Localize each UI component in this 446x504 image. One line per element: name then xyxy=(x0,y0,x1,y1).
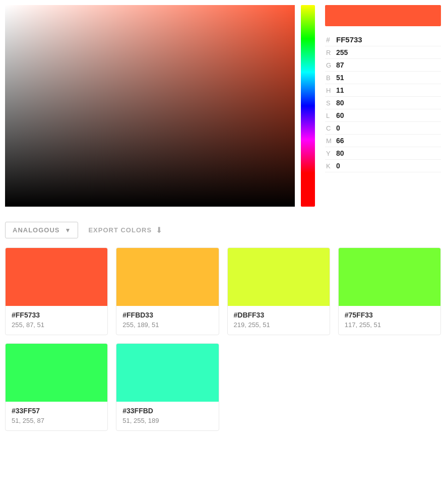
color-card-3[interactable]: #75FF33 117, 255, 51 xyxy=(338,247,441,335)
s-value[interactable]: 80 xyxy=(335,97,441,109)
color-card-4[interactable]: #33FF57 51, 255, 87 xyxy=(5,343,108,431)
l-row: L 60 xyxy=(325,109,441,122)
h-row: H 11 xyxy=(325,84,441,97)
analogous-toolbar: ANALOGOUS ▼ EXPORT COLORS ⬇ xyxy=(5,222,441,238)
g-row: G 87 xyxy=(325,59,441,72)
color-card-info-3: #75FF33 117, 255, 51 xyxy=(339,306,440,335)
color-rgb-4: 51, 255, 87 xyxy=(12,417,101,424)
color-swatch-1 xyxy=(116,248,218,306)
b-label: B xyxy=(325,72,335,84)
color-info-panel: # FF5733 R 255 G 87 B 51 H 11 xyxy=(325,5,441,172)
c-label: C xyxy=(325,122,335,135)
color-swatch-5 xyxy=(116,344,218,402)
gradient-canvas[interactable] xyxy=(5,5,295,207)
hex-value[interactable]: FF5733 xyxy=(335,31,441,46)
r-label: R xyxy=(325,46,335,59)
color-hex-5: #33FFBD xyxy=(122,407,212,415)
color-cards-row1: #FF5733 255, 87, 51 #FFBD33 255, 189, 51… xyxy=(5,247,441,335)
k-label: K xyxy=(325,160,335,172)
color-rgb-1: 255, 189, 51 xyxy=(122,321,212,329)
color-hex-2: #DBFF33 xyxy=(234,311,324,319)
b-row: B 51 xyxy=(325,72,441,84)
color-card-info-5: #33FFBD 51, 255, 189 xyxy=(116,402,218,430)
color-picker-section: # FF5733 R 255 G 87 B 51 H 11 xyxy=(0,0,446,217)
color-hex-1: #FFBD33 xyxy=(122,311,212,319)
color-rgb-0: 255, 87, 51 xyxy=(12,321,101,329)
color-card-2[interactable]: #DBFF33 219, 255, 51 xyxy=(227,247,330,335)
export-colors-button[interactable]: EXPORT COLORS ⬇ xyxy=(88,225,162,235)
color-rgb-5: 51, 255, 189 xyxy=(122,417,212,424)
color-cards-row2: #33FF57 51, 255, 87 #33FFBD 51, 255, 189 xyxy=(5,343,441,431)
hue-slider-container xyxy=(301,5,315,207)
color-info-table: # FF5733 R 255 G 87 B 51 H 11 xyxy=(325,31,441,172)
hue-slider[interactable] xyxy=(301,5,315,207)
main-color-swatch xyxy=(325,5,441,26)
s-label: S xyxy=(325,97,335,109)
y-label: Y xyxy=(325,147,335,160)
dropdown-label: ANALOGOUS xyxy=(13,226,60,234)
color-swatch-4 xyxy=(6,344,107,402)
color-hex-3: #75FF33 xyxy=(345,311,434,319)
r-row: R 255 xyxy=(325,46,441,59)
y-row: Y 80 xyxy=(325,147,441,160)
color-swatch-3 xyxy=(339,248,440,306)
k-row: K 0 xyxy=(325,160,441,172)
h-value[interactable]: 11 xyxy=(335,84,441,97)
color-hex-0: #FF5733 xyxy=(12,311,101,319)
c-value[interactable]: 0 xyxy=(335,122,441,135)
color-swatch-2 xyxy=(228,248,330,306)
color-card-0[interactable]: #FF5733 255, 87, 51 xyxy=(5,247,108,335)
l-value[interactable]: 60 xyxy=(335,109,441,122)
m-value[interactable]: 66 xyxy=(335,135,441,147)
m-row: M 66 xyxy=(325,135,441,147)
l-label: L xyxy=(325,109,335,122)
chevron-down-icon: ▼ xyxy=(65,227,71,234)
color-rgb-3: 117, 255, 51 xyxy=(345,321,434,329)
empty-cell-1 xyxy=(227,343,330,431)
m-label: M xyxy=(325,135,335,147)
empty-cell-2 xyxy=(338,343,441,431)
hex-label: # xyxy=(325,31,335,46)
y-value[interactable]: 80 xyxy=(335,147,441,160)
color-card-info-2: #DBFF33 219, 255, 51 xyxy=(228,306,330,335)
r-value[interactable]: 255 xyxy=(335,46,441,59)
analogous-dropdown[interactable]: ANALOGOUS ▼ xyxy=(5,222,78,238)
k-value[interactable]: 0 xyxy=(335,160,441,172)
color-rgb-2: 219, 255, 51 xyxy=(234,321,324,329)
hex-row: # FF5733 xyxy=(325,31,441,46)
color-card-5[interactable]: #33FFBD 51, 255, 189 xyxy=(116,343,219,431)
color-hex-4: #33FF57 xyxy=(12,407,101,415)
download-icon: ⬇ xyxy=(156,225,162,235)
color-card-info-4: #33FF57 51, 255, 87 xyxy=(6,402,107,430)
color-swatch-0 xyxy=(6,248,107,306)
analogous-section: ANALOGOUS ▼ EXPORT COLORS ⬇ #FF5733 255,… xyxy=(0,217,446,446)
c-row: C 0 xyxy=(325,122,441,135)
h-label: H xyxy=(325,84,335,97)
b-value[interactable]: 51 xyxy=(335,72,441,84)
color-card-1[interactable]: #FFBD33 255, 189, 51 xyxy=(116,247,219,335)
color-card-info-0: #FF5733 255, 87, 51 xyxy=(6,306,107,335)
color-card-info-1: #FFBD33 255, 189, 51 xyxy=(116,306,218,335)
g-label: G xyxy=(325,59,335,72)
s-row: S 80 xyxy=(325,97,441,109)
export-label: EXPORT COLORS xyxy=(88,226,152,234)
g-value[interactable]: 87 xyxy=(335,59,441,72)
